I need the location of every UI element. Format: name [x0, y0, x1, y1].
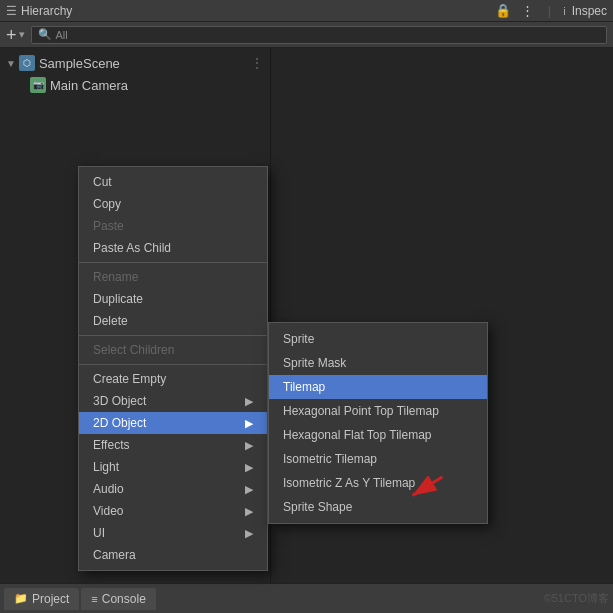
dropdown-arrow: ▾	[19, 29, 25, 40]
inspector-label: i	[563, 5, 565, 17]
console-icon: ≡	[91, 593, 97, 605]
toolbar-row: + ▾ 🔍 All	[0, 22, 613, 48]
bottom-bar: 📁 Project ≡ Console ©51CTO博客	[0, 583, 613, 613]
top-bar: ☰ Hierarchy 🔒 ⋮ | i Inspec	[0, 0, 613, 22]
hierarchy-menu-icon: ☰	[6, 4, 17, 18]
menu-item-copy-label: Copy	[93, 197, 121, 211]
submenu-item-sprite-mask-label: Sprite Mask	[283, 356, 346, 370]
submenu-item-isometric-z-tilemap-label: Isometric Z As Y Tilemap	[283, 476, 415, 490]
expand-arrow: ▼	[6, 58, 16, 69]
menu-item-2d-object-arrow: ▶	[245, 417, 253, 430]
tab-console-label: Console	[102, 592, 146, 606]
menu-item-delete[interactable]: Delete	[79, 310, 267, 332]
main-panel: ▼ ⬡ SampleScene ⋮ 📷 Main Camera Cut Copy…	[0, 48, 613, 583]
scene-item-samplescene[interactable]: ▼ ⬡ SampleScene ⋮	[0, 52, 270, 74]
menu-item-video-arrow: ▶	[245, 505, 253, 518]
separator-3	[79, 364, 267, 365]
submenu-item-isometric-tilemap[interactable]: Isometric Tilemap	[269, 447, 487, 471]
menu-item-effects-arrow: ▶	[245, 439, 253, 452]
menu-item-rename: Rename	[79, 266, 267, 288]
tab-project[interactable]: 📁 Project	[4, 588, 79, 610]
submenu-item-isometric-tilemap-label: Isometric Tilemap	[283, 452, 377, 466]
plus-icon: +	[6, 26, 17, 44]
hierarchy-panel: ▼ ⬡ SampleScene ⋮ 📷 Main Camera Cut Copy…	[0, 48, 270, 583]
menu-item-3d-object-arrow: ▶	[245, 395, 253, 408]
submenu-item-sprite-label: Sprite	[283, 332, 314, 346]
menu-item-delete-label: Delete	[93, 314, 128, 328]
top-bar-icons: 🔒 ⋮ | i Inspec	[493, 3, 607, 18]
menu-item-select-children: Select Children	[79, 339, 267, 361]
menu-item-effects[interactable]: Effects ▶	[79, 434, 267, 456]
submenu-item-sprite[interactable]: Sprite	[269, 327, 487, 351]
submenu-item-sprite-mask[interactable]: Sprite Mask	[269, 351, 487, 375]
submenu-item-sprite-shape-label: Sprite Shape	[283, 500, 352, 514]
separator-1	[79, 262, 267, 263]
add-button[interactable]: + ▾	[6, 26, 25, 44]
menu-item-create-empty[interactable]: Create Empty	[79, 368, 267, 390]
menu-item-2d-object-label: 2D Object	[93, 416, 146, 430]
menu-item-light[interactable]: Light ▶	[79, 456, 267, 478]
lock-button[interactable]: 🔒	[493, 3, 513, 18]
menu-item-ui[interactable]: UI ▶	[79, 522, 267, 544]
menu-item-paste: Paste	[79, 215, 267, 237]
submenu-item-tilemap[interactable]: Tilemap	[269, 375, 487, 399]
menu-item-create-empty-label: Create Empty	[93, 372, 166, 386]
menu-item-light-arrow: ▶	[245, 461, 253, 474]
menu-item-video[interactable]: Video ▶	[79, 500, 267, 522]
submenu-item-sprite-shape[interactable]: Sprite Shape	[269, 495, 487, 519]
scene-name: SampleScene	[39, 56, 120, 71]
menu-item-duplicate[interactable]: Duplicate	[79, 288, 267, 310]
menu-item-duplicate-label: Duplicate	[93, 292, 143, 306]
panel-title: Hierarchy	[21, 4, 72, 18]
submenu-2d-object: Sprite Sprite Mask Tilemap Hexagonal Poi…	[268, 322, 488, 524]
search-placeholder: All	[56, 29, 68, 41]
menu-item-rename-label: Rename	[93, 270, 138, 284]
menu-item-select-children-label: Select Children	[93, 343, 174, 357]
menu-item-light-label: Light	[93, 460, 119, 474]
menu-item-paste-as-child[interactable]: Paste As Child	[79, 237, 267, 259]
menu-item-ui-arrow: ▶	[245, 527, 253, 540]
scene-item-maincamera[interactable]: 📷 Main Camera	[0, 74, 270, 96]
menu-item-camera-label: Camera	[93, 548, 136, 562]
menu-item-2d-object[interactable]: 2D Object ▶	[79, 412, 267, 434]
separator-2	[79, 335, 267, 336]
context-menu: Cut Copy Paste Paste As Child Rename Dup…	[78, 166, 268, 571]
project-icon: 📁	[14, 592, 28, 605]
submenu-item-isometric-z-tilemap[interactable]: Isometric Z As Y Tilemap	[269, 471, 487, 495]
camera-name: Main Camera	[50, 78, 128, 93]
menu-item-cut[interactable]: Cut	[79, 171, 267, 193]
menu-item-effects-label: Effects	[93, 438, 129, 452]
submenu-item-hex-point-tilemap[interactable]: Hexagonal Point Top Tilemap	[269, 399, 487, 423]
menu-item-copy[interactable]: Copy	[79, 193, 267, 215]
menu-item-3d-object[interactable]: 3D Object ▶	[79, 390, 267, 412]
menu-item-audio[interactable]: Audio ▶	[79, 478, 267, 500]
menu-item-video-label: Video	[93, 504, 123, 518]
menu-item-cut-label: Cut	[93, 175, 112, 189]
submenu-item-hex-flat-tilemap[interactable]: Hexagonal Flat Top Tilemap	[269, 423, 487, 447]
menu-item-audio-arrow: ▶	[245, 483, 253, 496]
menu-item-3d-object-label: 3D Object	[93, 394, 146, 408]
submenu-item-hex-point-tilemap-label: Hexagonal Point Top Tilemap	[283, 404, 439, 418]
tab-project-label: Project	[32, 592, 69, 606]
scene-icon: ⬡	[19, 55, 35, 71]
tab-console[interactable]: ≡ Console	[81, 588, 155, 610]
search-icon: 🔍	[38, 28, 52, 41]
menu-item-paste-label: Paste	[93, 219, 124, 233]
camera-icon: 📷	[30, 77, 46, 93]
more-options-button[interactable]: ⋮	[519, 3, 536, 18]
menu-item-camera[interactable]: Camera	[79, 544, 267, 566]
menu-item-paste-as-child-label: Paste As Child	[93, 241, 171, 255]
menu-item-audio-label: Audio	[93, 482, 124, 496]
menu-item-ui-label: UI	[93, 526, 105, 540]
scene-more-icon[interactable]: ⋮	[250, 55, 264, 71]
submenu-item-hex-flat-tilemap-label: Hexagonal Flat Top Tilemap	[283, 428, 432, 442]
submenu-item-tilemap-label: Tilemap	[283, 380, 325, 394]
search-box[interactable]: 🔍 All	[31, 26, 607, 44]
top-bar-left: ☰ Hierarchy	[6, 4, 493, 18]
watermark: ©51CTO博客	[544, 591, 609, 606]
inspector-title: Inspec	[572, 4, 607, 18]
